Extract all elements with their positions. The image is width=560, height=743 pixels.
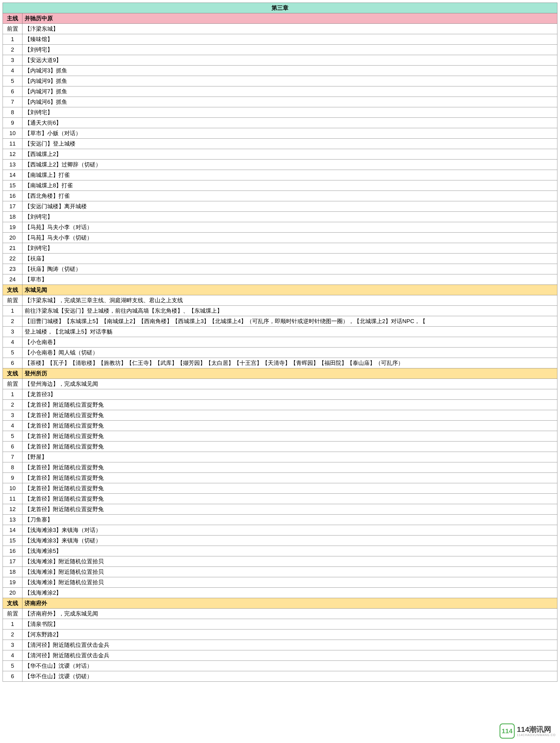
step-content: 【马苑】马夫小李（切磋） xyxy=(23,232,557,243)
step-index: 6 xyxy=(3,358,23,368)
step-index: 14 xyxy=(3,525,23,535)
step-index: 1 xyxy=(3,389,23,400)
step-index: 1 xyxy=(3,34,23,45)
step-content: 【通天大街6】 xyxy=(23,118,557,128)
step-index: 19 xyxy=(3,577,23,588)
step-content: 【浅海滩涂3】来镇海（切磋） xyxy=(23,535,557,546)
step-index: 6 xyxy=(3,86,23,97)
section-type-label: 主线 xyxy=(3,13,23,24)
step-content: 【野屋】 xyxy=(23,452,557,462)
step-content: 【浅海滩涂】附近随机位置拾贝 xyxy=(23,556,557,567)
step-index: 2 xyxy=(3,45,23,55)
step-index: 12 xyxy=(3,504,23,515)
step-content: 【清泉书院】 xyxy=(23,619,557,629)
pre-label: 前置 xyxy=(3,24,23,34)
step-index: 3 xyxy=(3,410,23,421)
step-index: 5 xyxy=(3,347,23,358)
step-index: 24 xyxy=(3,274,23,285)
step-content: 前往汴梁东城【安远门】登上城楼，前往内城高墙【东北角楼】、【东城堞上】 xyxy=(23,306,557,316)
step-content: 【浅海滩涂】附近随机位置拾贝 xyxy=(23,567,557,577)
step-index: 8 xyxy=(3,107,23,118)
step-index: 12 xyxy=(3,149,23,160)
step-index: 11 xyxy=(3,494,23,504)
pre-label: 前置 xyxy=(3,609,23,619)
step-index: 21 xyxy=(3,243,23,254)
step-index: 2 xyxy=(3,400,23,410)
step-content: 【刀鱼寨】 xyxy=(23,515,557,525)
step-index: 10 xyxy=(3,128,23,139)
step-index: 5 xyxy=(3,661,23,671)
step-index: 11 xyxy=(3,139,23,149)
step-content: 【龙首径】附近随机位置捉野兔 xyxy=(23,473,557,483)
step-content: 【清河径】附近随机位置伏击金兵 xyxy=(23,650,557,661)
pre-content: 【汴梁东城】 xyxy=(23,24,557,34)
step-content: 【龙首径】附近随机位置捉野兔 xyxy=(23,431,557,441)
step-content: 【南城堞上】打雀 xyxy=(23,170,557,180)
step-content: 【浅海滩涂5】 xyxy=(23,546,557,556)
step-content: 【内城河9】抓鱼 xyxy=(23,76,557,86)
walkthrough-table: 第三章主线并驰历中原前置【汴梁东城】1【臻味馆】2【刘锜宅】3【安远大道9】4【… xyxy=(3,3,557,682)
step-content: 【草市】 xyxy=(23,274,557,285)
step-index: 7 xyxy=(3,97,23,107)
step-content: 【马苑】马夫小李（对话） xyxy=(23,222,557,232)
section-title: 东城见闻 xyxy=(23,285,557,295)
step-content: 【小仓南巷】 xyxy=(23,337,557,347)
step-index: 13 xyxy=(3,160,23,170)
step-index: 2 xyxy=(3,629,23,640)
step-index: 3 xyxy=(3,55,23,65)
step-content: 登上城楼，【北城堞上5】对话李觞 xyxy=(23,326,557,337)
step-content: 【西北角楼】打雀 xyxy=(23,191,557,201)
step-index: 16 xyxy=(3,191,23,201)
step-content: 【祆庙】 xyxy=(23,254,557,264)
step-index: 15 xyxy=(3,180,23,191)
step-content: 【茶楼】【瓦子】【清歌楼】【旌教坊】【仁王寺】【武库】【撷芳园】【太白居】【十王… xyxy=(23,358,557,368)
pre-content: 【汴梁东城】，完成第三章主线、洞庭湖畔支线、君山之上支线 xyxy=(23,295,557,306)
step-index: 9 xyxy=(3,473,23,483)
step-content: 【臻味馆】 xyxy=(23,34,557,45)
step-index: 8 xyxy=(3,462,23,473)
step-index: 18 xyxy=(3,567,23,577)
step-content: 【安远门】登上城楼 xyxy=(23,139,557,149)
step-index: 22 xyxy=(3,254,23,264)
step-index: 13 xyxy=(3,515,23,525)
step-content: 【刘锜宅】 xyxy=(23,212,557,222)
step-content: 【刘锜宅】 xyxy=(23,45,557,55)
step-index: 4 xyxy=(3,337,23,347)
step-content: 【华不住山】沈谡（对话） xyxy=(23,661,557,671)
step-index: 19 xyxy=(3,222,23,232)
step-index: 20 xyxy=(3,232,23,243)
step-index: 4 xyxy=(3,421,23,431)
step-content: 【龙首径】附近随机位置捉野兔 xyxy=(23,410,557,421)
step-content: 【龙首径】附近随机位置捉野兔 xyxy=(23,494,557,504)
pre-label: 前置 xyxy=(3,379,23,389)
step-index: 20 xyxy=(3,588,23,598)
step-index: 5 xyxy=(3,76,23,86)
step-index: 3 xyxy=(3,326,23,337)
step-index: 5 xyxy=(3,431,23,441)
step-content: 【小仓南巷】闻人钺（切磋） xyxy=(23,347,557,358)
step-content: 【刘锜宅】 xyxy=(23,243,557,254)
step-content: 【龙首径】附近随机位置捉野兔 xyxy=(23,441,557,452)
step-content: 【浅海滩涂2】 xyxy=(23,588,557,598)
step-content: 【西城堞上2】 xyxy=(23,149,557,160)
step-index: 4 xyxy=(3,650,23,661)
step-content: 【龙首径】附近随机位置捉野兔 xyxy=(23,400,557,410)
step-index: 17 xyxy=(3,201,23,212)
step-index: 16 xyxy=(3,546,23,556)
step-content: 【内城河6】抓鱼 xyxy=(23,97,557,107)
step-content: 【旧曹门城楼】【东城堞上5】【南城煤上2】【西南角楼】【西城堞上3】【北城堞上4… xyxy=(23,316,557,326)
step-index: 10 xyxy=(3,483,23,494)
pre-label: 前置 xyxy=(3,295,23,306)
chapter-title: 第三章 xyxy=(3,3,557,13)
section-type-label: 支线 xyxy=(3,285,23,295)
step-content: 【龙首径】附近随机位置捉野兔 xyxy=(23,504,557,515)
step-index: 6 xyxy=(3,441,23,452)
step-index: 23 xyxy=(3,264,23,274)
section-title: 济南府外 xyxy=(23,598,557,609)
pre-content: 【登州海边】，完成东城见闻 xyxy=(23,379,557,389)
section-type-label: 支线 xyxy=(3,368,23,379)
step-index: 18 xyxy=(3,212,23,222)
step-content: 【西城堞上2】过卿辞（切磋） xyxy=(23,160,557,170)
step-content: 【龙首径】附近随机位置捉野兔 xyxy=(23,483,557,494)
step-content: 【安远门城楼】离开城楼 xyxy=(23,201,557,212)
